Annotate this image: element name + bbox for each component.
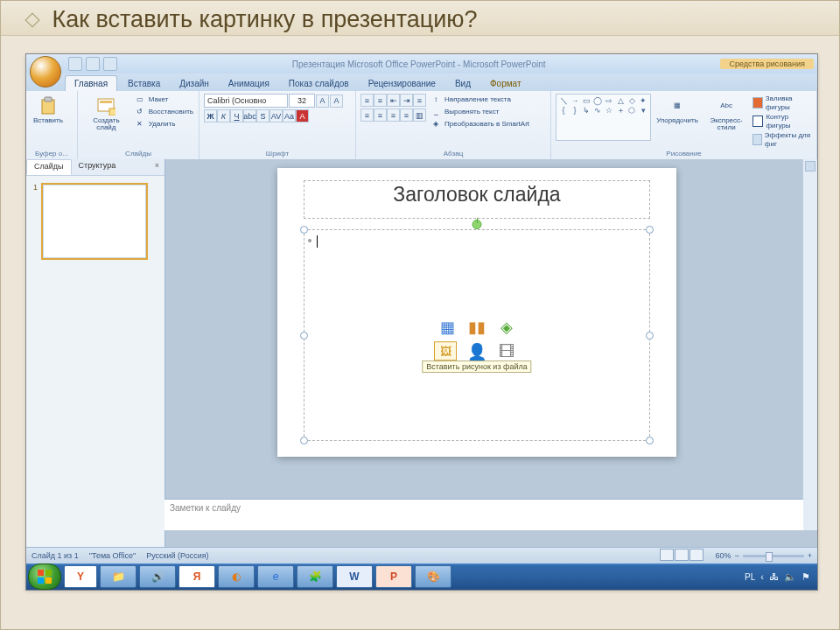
shape-more-icon[interactable]: ▾ — [638, 106, 648, 115]
decrease-indent-button[interactable]: ⇤ — [387, 94, 400, 107]
handle-sw[interactable] — [300, 437, 308, 444]
font-size-select[interactable]: 32 — [289, 94, 315, 108]
smartart-button[interactable]: ◈Преобразовать в SmartArt — [429, 118, 530, 130]
slideshow-view-icon[interactable] — [690, 549, 704, 561]
insert-picture-icon[interactable]: 🖼 — [434, 341, 457, 360]
shape-diamond-icon[interactable]: ◇ — [626, 96, 637, 105]
taskbar-volume[interactable]: 🔊 — [139, 565, 176, 588]
delete-button[interactable]: ✕Удалить — [133, 118, 194, 130]
notes-pane[interactable]: Заметки к слайду — [164, 499, 803, 530]
shape-tri-icon[interactable]: △ — [615, 96, 626, 105]
taskbar-ie[interactable]: e — [257, 565, 294, 588]
quick-styles-button[interactable]: AbcЭкспресс-стили — [704, 94, 749, 134]
zoom-control[interactable]: 60% − + — [715, 551, 812, 560]
tab-review[interactable]: Рецензирование — [360, 76, 444, 91]
pane-tab-slides[interactable]: Слайды — [26, 159, 72, 175]
shrink-font-icon[interactable]: A — [330, 94, 343, 108]
shape-arrowr-icon[interactable]: ⇨ — [604, 96, 614, 105]
tab-format[interactable]: Формат — [481, 76, 530, 91]
shape-hex-icon[interactable]: ⬡ — [626, 106, 637, 115]
save-icon[interactable] — [68, 57, 82, 71]
taskbar-paint[interactable]: 🎨 — [415, 565, 452, 588]
shape-conn-icon[interactable]: ↳ — [581, 106, 592, 115]
taskbar-yandex[interactable]: Y — [64, 565, 97, 588]
shape-line-icon[interactable]: ＼ — [558, 96, 569, 105]
tab-animations[interactable]: Анимация — [220, 76, 278, 91]
tray-chevron-icon[interactable]: ‹ — [760, 571, 764, 582]
start-button[interactable] — [28, 564, 61, 590]
sorter-view-icon[interactable] — [675, 549, 689, 561]
paste-button[interactable]: Вставить — [31, 94, 66, 126]
shape-curve-icon[interactable]: ∿ — [592, 106, 603, 115]
columns-button[interactable]: ▥ — [413, 108, 426, 122]
align-text-button[interactable]: ⎯Выровнять текст — [429, 106, 530, 118]
numbering-button[interactable]: ≡ — [374, 94, 387, 107]
arrange-button[interactable]: ▦Упорядочить — [654, 94, 701, 126]
tray-lang[interactable]: PL — [745, 572, 755, 582]
strikethrough-button[interactable]: abc — [243, 109, 256, 122]
shape-rbrace-icon[interactable]: } — [570, 106, 580, 115]
font-color-button[interactable]: A — [296, 109, 309, 122]
handle-e[interactable] — [646, 332, 654, 340]
handle-se[interactable] — [646, 437, 654, 444]
quick-access-toolbar[interactable] — [68, 57, 117, 71]
vertical-scrollbar[interactable] — [802, 159, 817, 530]
tray-net-icon[interactable]: 🖧 — [769, 571, 779, 582]
shape-lbrace-icon[interactable]: { — [558, 106, 569, 115]
title-placeholder[interactable]: Заголовок слайда — [304, 180, 650, 219]
content-placeholder[interactable]: ▦ ▮▮ ◈ 🖼 👤 🎞 Вставить рисунок из файла — [304, 229, 650, 441]
slide-thumbnail[interactable] — [41, 183, 148, 260]
font-name-select[interactable]: Calibri (Основно — [204, 94, 288, 108]
increase-indent-button[interactable]: ⇥ — [400, 94, 413, 107]
shape-outline-button[interactable]: Контур фигуры — [752, 112, 812, 130]
taskbar-powerpoint[interactable]: P — [375, 565, 412, 588]
char-spacing-button[interactable]: AV — [270, 109, 283, 122]
taskbar-app1[interactable]: 🧩 — [297, 565, 333, 588]
slide-editor[interactable]: Заголовок слайда — [165, 159, 817, 548]
new-slide-button[interactable]: Создать слайд — [82, 94, 130, 134]
insert-clipart-icon[interactable]: 👤 — [464, 341, 490, 362]
shapes-gallery[interactable]: ＼→▭◯⇨△◇✦ {}↳∿☆＋⬡▾ — [556, 94, 651, 141]
office-button[interactable] — [30, 56, 61, 88]
shape-oval-icon[interactable]: ◯ — [592, 96, 603, 105]
shape-fill-button[interactable]: Заливка фигуры — [752, 94, 812, 112]
change-case-button[interactable]: Aa — [283, 109, 296, 122]
shadow-button[interactable]: S — [256, 109, 270, 122]
bullets-button[interactable]: ≡ — [360, 94, 374, 107]
tray-flag-icon[interactable]: ⚑ — [802, 571, 810, 583]
pane-tab-outline[interactable]: Структура — [72, 159, 123, 175]
taskbar-word[interactable]: W — [336, 565, 373, 588]
grow-font-icon[interactable]: A — [316, 94, 329, 108]
shape-rect-icon[interactable]: ▭ — [581, 96, 592, 105]
redo-icon[interactable] — [103, 57, 117, 71]
tab-view[interactable]: Вид — [446, 76, 480, 91]
undo-icon[interactable] — [86, 57, 100, 71]
normal-view-icon[interactable] — [660, 549, 674, 561]
text-direction-button[interactable]: ↕Направление текста — [429, 94, 530, 106]
view-buttons[interactable] — [660, 549, 704, 563]
align-left-button[interactable]: ≡ — [360, 108, 374, 122]
slide-canvas[interactable]: Заголовок слайда — [277, 168, 676, 457]
align-right-button[interactable]: ≡ — [387, 108, 400, 122]
shape-star-icon[interactable]: ☆ — [604, 106, 614, 115]
rotate-handle-icon[interactable] — [472, 220, 482, 229]
tab-design[interactable]: Дизайн — [171, 76, 218, 91]
shape-arrow-icon[interactable]: → — [570, 96, 580, 105]
zoom-in-icon[interactable]: + — [808, 551, 812, 560]
tab-home[interactable]: Главная — [65, 75, 117, 91]
align-center-button[interactable]: ≡ — [374, 108, 387, 122]
handle-w[interactable] — [300, 332, 308, 340]
handle-ne[interactable] — [646, 226, 654, 234]
shape-plus-icon[interactable]: ＋ — [615, 106, 626, 115]
taskbar-yandex2[interactable]: Я — [178, 565, 215, 588]
taskbar-mediaplayer[interactable]: ◐ — [218, 565, 255, 588]
taskbar-explorer[interactable]: 📁 — [100, 565, 136, 588]
pane-close-icon[interactable]: × — [150, 159, 164, 175]
reset-button[interactable]: ↺Восстановить — [133, 106, 194, 118]
shape-effects-button[interactable]: Эффекты для фиг — [752, 130, 812, 149]
underline-button[interactable]: Ч — [230, 109, 243, 122]
line-spacing-button[interactable]: ≡ — [413, 94, 426, 107]
scroll-up-icon[interactable] — [805, 161, 816, 172]
tray-vol-icon[interactable]: 🔈 — [784, 571, 796, 583]
bold-button[interactable]: Ж — [204, 109, 217, 122]
